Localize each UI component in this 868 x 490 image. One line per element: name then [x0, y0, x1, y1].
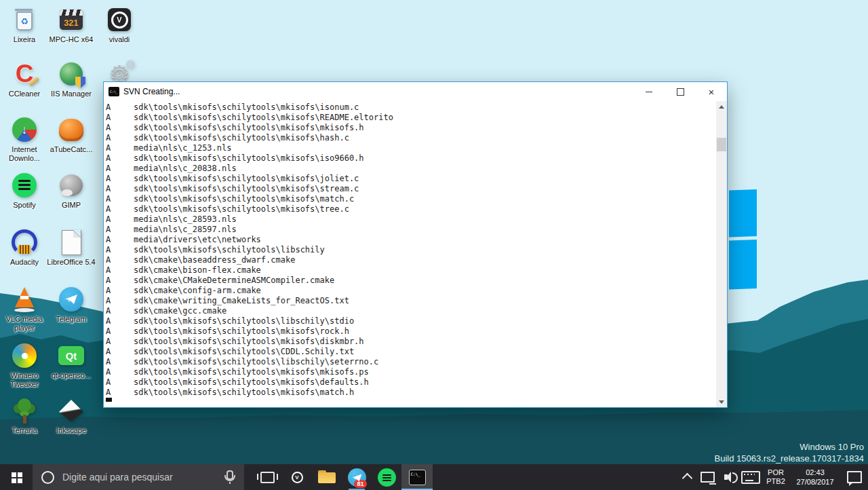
tray-language[interactable]: POR PTB2 [762, 464, 789, 490]
windows-build-watermark: Windows 10 Pro Build 15063.rs2_release.1… [715, 441, 864, 464]
winaero-tweaker-icon [9, 341, 39, 370]
console-line: Asdk\cmake\gcc.cmake [104, 306, 716, 316]
console-line: Asdk\tools\mkisofs\schilytools\mkisofs\m… [104, 123, 716, 133]
keyboard-icon [741, 471, 760, 484]
tray-keyboard[interactable] [739, 464, 762, 490]
desktop-icon-lixeira[interactable]: ♻Lixeira [0, 5, 49, 44]
console-cursor [106, 398, 112, 402]
console-line: Amedia\nls\c_20838.nls [104, 164, 716, 174]
desktop-icon-internet-download[interactable]: ↓Internet Downlo... [0, 115, 49, 162]
minimize-button[interactable] [633, 82, 665, 101]
telegram-badge: 81 [354, 480, 366, 488]
tray-network[interactable] [697, 464, 717, 490]
console-line: Asdk\tools\mkisofs\schilytools\mkisofs\i… [104, 102, 716, 113]
taskbar-spotify[interactable] [372, 464, 401, 490]
window-titlebar[interactable]: C:\_ SVN Creating... × [104, 82, 727, 101]
tray-clock[interactable]: 02:43 27/08/2017 [789, 464, 841, 490]
desktop: ♻Lixeira321MPC-HC x64VvivaldiCCCleanerII… [0, 0, 868, 490]
taskbar-telegram[interactable]: 81 [342, 464, 372, 490]
gimp-icon [56, 171, 86, 200]
taskbar-vivaldi[interactable]: V [282, 464, 312, 490]
iis-manager-icon [56, 60, 86, 88]
close-button[interactable]: × [696, 82, 727, 101]
maximize-button[interactable] [665, 82, 696, 101]
desktop-icon-iis-manager[interactable]: IIS Manager [47, 60, 96, 98]
vertical-scrollbar[interactable] [716, 101, 727, 407]
cmd-icon: C:\_ [108, 87, 119, 96]
search-placeholder: Digite aqui para pesquisar [62, 472, 173, 483]
taskbar: Digite aqui para pesquisar V 81 C:\_ [0, 464, 868, 490]
minimize-icon [646, 92, 652, 92]
desktop-icon-terraria[interactable]: Terraria [0, 396, 49, 435]
desktop-icon-inkscape[interactable]: Inkscape [47, 396, 96, 435]
windows-start-icon [12, 472, 16, 477]
lixeira-icon: ♻ [9, 5, 39, 34]
libreoffice-icon [56, 228, 86, 257]
watermark-edition: Windows 10 Pro [715, 441, 864, 453]
desktop-icon-vlc[interactable]: VLC media player [0, 285, 49, 332]
taskbar-file-explorer[interactable] [312, 464, 342, 490]
scrollbar-thumb[interactable] [717, 138, 726, 151]
telegram-icon: 81 [348, 468, 366, 487]
desktop-icon-vivaldi[interactable]: Vvivaldi [95, 5, 144, 44]
desktop-icon-libreoffice[interactable]: LibreOffice 5.4 [47, 228, 96, 267]
console-line: Asdk\tools\mkisofs\schilytools\mkisofs\m… [104, 367, 716, 377]
task-view-button[interactable] [252, 464, 282, 490]
desktop-icon-label: Telegram [56, 315, 86, 324]
audacity-icon [9, 228, 39, 257]
scroll-up-button[interactable] [716, 101, 727, 112]
scroll-down-icon [719, 400, 724, 404]
inkscape-icon [56, 396, 86, 425]
tray-overflow-button[interactable] [677, 464, 697, 490]
desktop-icon-label: Spotify [13, 201, 36, 210]
clock-date: 27/08/2017 [796, 477, 833, 487]
qt-opensource-icon: Qt [56, 341, 86, 370]
console-line: Asdk\tools\mkisofs\schilytools\mkisofs\d… [104, 377, 716, 388]
desktop-icon-telegram[interactable]: Telegram [47, 285, 96, 324]
scroll-down-button[interactable] [716, 396, 727, 407]
vlc-icon [9, 285, 39, 314]
svn-console-window: C:\_ SVN Creating... × Asdk\tools\mkisof… [103, 81, 728, 408]
desktop-icon-qt-opensource[interactable]: Qtqt-openso... [47, 341, 96, 380]
microphone-icon[interactable] [226, 470, 233, 480]
console-line: Asdk\tools\mkisofs\schilytools\libschily [104, 245, 716, 255]
console-line: Asdk\tools\mkisofs\schilytools\mkisofs\s… [104, 184, 716, 194]
cortana-icon [41, 471, 54, 484]
scroll-up-icon [719, 105, 724, 109]
desktop-icon-label: Winaero Tweaker [0, 371, 49, 388]
desktop-icon-atubecatcher[interactable]: aTubeCatc... [47, 115, 96, 154]
console-line: Asdk\tools\mkisofs\schilytools\mkisofs\r… [104, 326, 716, 337]
tray-volume[interactable] [717, 464, 739, 490]
desktop-icon-ccleaner[interactable]: CCCleaner [0, 60, 49, 98]
desktop-icon-label: qt-openso... [52, 371, 91, 380]
start-button[interactable] [0, 464, 33, 490]
desktop-icon-winaero-tweaker[interactable]: Winaero Tweaker [0, 341, 49, 388]
search-box[interactable]: Digite aqui para pesquisar [33, 464, 244, 490]
console-line: Asdk\cmake\config-arm.cmake [104, 286, 716, 296]
console-line: Asdk\cmake\CMakeDetermineASMCompiler.cma… [104, 276, 716, 286]
desktop-icon-gimp[interactable]: GIMP [47, 171, 96, 210]
desktop-icon-spotify[interactable]: Spotify [0, 171, 49, 210]
language-code: POR [768, 468, 784, 477]
vivaldi-icon: V [104, 5, 134, 34]
console-line: Asdk\tools\mkisofs\schilytools\mkisofs\h… [104, 133, 716, 143]
desktop-icon-audacity[interactable]: Audacity [0, 228, 49, 267]
vivaldi-icon: V [288, 468, 306, 486]
desktop-icon-label: vivaldi [109, 35, 130, 44]
spotify-icon [378, 468, 396, 487]
console-line: Asdk\tools\mkisofs\schilytools\CDDL.Schi… [104, 347, 716, 357]
action-center-icon [847, 471, 862, 483]
keyboard-layout-code: PTB2 [766, 477, 785, 486]
close-icon: × [709, 87, 715, 97]
desktop-icon-mpc-hc[interactable]: 321MPC-HC x64 [47, 5, 96, 44]
console-line: Amedia\nls\c_1253.nls [104, 143, 716, 153]
telegram-icon [56, 285, 86, 314]
maximize-icon [677, 88, 684, 96]
mpc-hc-icon: 321 [56, 5, 86, 34]
desktop-icon-label: Internet Downlo... [0, 145, 49, 162]
console-output[interactable]: Asdk\tools\mkisofs\schilytools\mkisofs\i… [104, 101, 727, 407]
taskbar-console-active[interactable]: C:\_ [401, 464, 433, 490]
action-center-button[interactable] [841, 464, 868, 490]
speaker-icon [724, 474, 728, 480]
cmd-taskbar-icon: C:\_ [409, 470, 426, 485]
